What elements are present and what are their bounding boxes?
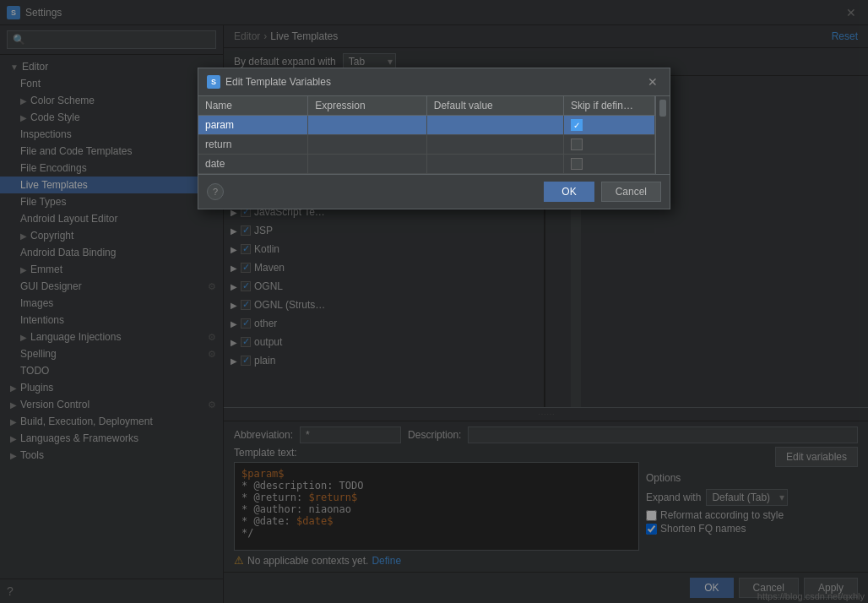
skip-checkbox[interactable] xyxy=(571,119,583,131)
col-expression: Expression xyxy=(308,96,427,116)
dialog-title-bar: S Edit Template Variables ✕ xyxy=(198,68,670,96)
cell-expression[interactable] xyxy=(308,135,427,155)
dialog-close-button[interactable]: ✕ xyxy=(644,73,661,90)
dialog-table-scroll: Name Expression Default value Skip if de… xyxy=(198,96,655,174)
cell-skip[interactable] xyxy=(563,155,654,174)
col-skip: Skip if defin… xyxy=(563,96,654,116)
dialog-scrollbar xyxy=(655,96,670,174)
cell-name xyxy=(198,135,308,155)
cell-skip[interactable] xyxy=(563,135,654,155)
cell-default-value[interactable] xyxy=(426,135,563,155)
cell-expression[interactable] xyxy=(308,155,427,174)
name-input[interactable] xyxy=(205,119,301,131)
name-input[interactable] xyxy=(205,139,301,150)
dialog-icon: S xyxy=(207,75,220,89)
dialog-table-wrapper: Name Expression Default value Skip if de… xyxy=(198,96,670,174)
col-default-value: Default value xyxy=(426,96,563,116)
dialog-ok-button[interactable]: OK xyxy=(544,182,594,202)
cell-default-value[interactable] xyxy=(426,155,563,174)
table-row[interactable] xyxy=(198,155,655,174)
dialog-footer: ? OK Cancel xyxy=(198,174,670,209)
cell-default-value[interactable] xyxy=(426,116,563,135)
cell-name xyxy=(198,116,308,135)
table-row[interactable] xyxy=(198,135,655,155)
skip-checkbox[interactable] xyxy=(571,139,583,150)
name-input[interactable] xyxy=(205,158,301,170)
skip-checkbox[interactable] xyxy=(571,158,583,170)
cell-skip[interactable] xyxy=(563,116,654,135)
table-row[interactable] xyxy=(198,116,655,135)
col-name: Name xyxy=(198,96,308,116)
dialog-overlay: S Edit Template Variables ✕ Name Express… xyxy=(0,0,868,603)
dialog-cancel-button[interactable]: Cancel xyxy=(601,182,661,202)
cell-expression[interactable] xyxy=(308,116,427,135)
cell-name xyxy=(198,155,308,174)
variables-table: Name Expression Default value Skip if de… xyxy=(198,96,655,174)
edit-template-variables-dialog: S Edit Template Variables ✕ Name Express… xyxy=(198,68,670,209)
dialog-help-button[interactable]: ? xyxy=(207,183,224,200)
dialog-title: Edit Template Variables xyxy=(225,76,644,88)
